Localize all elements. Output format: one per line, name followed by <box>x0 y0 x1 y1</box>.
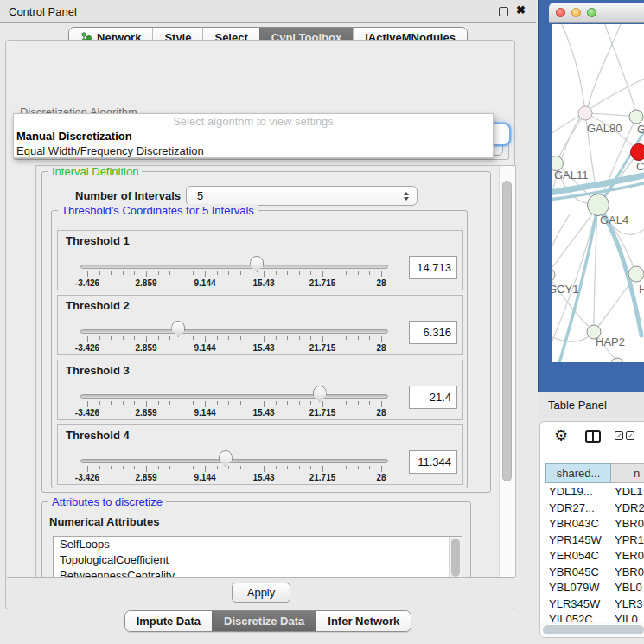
node-gcy1[interactable] <box>552 268 555 282</box>
interval-definition-group: Interval Definition Number of Intervals … <box>41 171 491 493</box>
node-red[interactable] <box>631 144 644 161</box>
cyni-mode-tabbar: Impute Data Discretize Data Infer Networ… <box>0 610 536 632</box>
table-row[interactable]: YBR045CYBR0 <box>540 565 644 582</box>
node-label: G <box>637 123 644 136</box>
node-label: C <box>636 160 644 173</box>
thresholds-group: Threshold's Coordinates for 5 Intervals … <box>51 210 468 488</box>
numerical-attributes-list[interactable]: SelfLoops TopologicalCoefficient Between… <box>53 536 462 577</box>
network-edge[interactable] <box>552 334 592 341</box>
node-label: GCY1 <box>552 283 578 296</box>
apply-button[interactable]: Apply <box>232 583 291 603</box>
table-row[interactable]: YER054CYER0 <box>540 549 644 565</box>
select-all-checkbox-icon[interactable]: ✓ <box>626 431 634 440</box>
attributes-group-title: Attributes to discretize <box>48 495 166 508</box>
threshold-label: Threshold 4 <box>66 429 130 442</box>
settings-scrollpane: Interval Definition Number of Intervals … <box>35 165 516 577</box>
list-item[interactable]: TopologicalCoefficient <box>54 552 462 568</box>
thresholds-group-title: Threshold's Coordinates for 5 Intervals <box>58 204 258 217</box>
threshold-value-input[interactable] <box>409 386 457 409</box>
threshold-value-input[interactable] <box>409 321 457 344</box>
network-edge[interactable] <box>561 24 585 112</box>
slider-track[interactable] <box>80 394 388 399</box>
slider-track[interactable] <box>80 265 388 269</box>
threshold-value-input[interactable] <box>409 256 457 279</box>
number-of-intervals-label: Number of Intervals <box>75 189 181 202</box>
minimize-window-icon[interactable] <box>571 8 581 17</box>
table-scrollbar-thumb[interactable] <box>543 625 644 634</box>
interval-definition-title: Interval Definition <box>48 165 142 178</box>
attributes-group: Attributes to discretize Numerical Attri… <box>41 501 471 577</box>
list-item[interactable]: BetweennessCentrality <box>54 568 462 577</box>
table-row[interactable]: YBR043CYBR0 <box>540 517 644 533</box>
table-settings-gear-icon[interactable]: ⚙ <box>554 426 568 445</box>
node-gal80[interactable] <box>578 106 592 120</box>
cyni-toolbox-panel: Discretization Algorithm Table Data galF… <box>5 40 515 609</box>
node-label: HAP2 <box>596 335 625 348</box>
node-label: H <box>639 283 644 296</box>
network-edge[interactable] <box>552 114 583 137</box>
table-horizontal-scrollbar[interactable] <box>540 622 644 637</box>
column-header-shared[interactable]: shared... <box>545 463 611 483</box>
table-row[interactable]: YDR27...YDR2 <box>540 501 644 518</box>
slider-handle[interactable] <box>219 450 233 467</box>
node-partial[interactable] <box>611 358 623 362</box>
threshold-3-panel: Threshold 3 -3.4262.8599.14415.4321.7152… <box>57 360 463 420</box>
apply-footer: Apply <box>7 577 515 609</box>
node-top-right[interactable] <box>629 110 643 124</box>
table-row[interactable]: YDL19...YDL1 <box>540 485 644 501</box>
slider-handle[interactable] <box>313 386 327 402</box>
close-window-icon[interactable] <box>556 8 565 17</box>
screen: Control Panel ✖ Network Style Select Cyn… <box>0 0 644 644</box>
table-row[interactable]: YBL079WYBL0 <box>540 581 644 597</box>
table-panel-title: Table Panel <box>548 399 607 411</box>
network-view-window[interactable]: GAL80GCGAL11GAL4GCY1HHAP2 <box>538 0 644 392</box>
zoom-window-icon[interactable] <box>587 8 596 17</box>
list-item[interactable]: SelfLoops <box>54 537 462 552</box>
threshold-4-panel: Threshold 4 -3.4262.8599.14415.4321.7152… <box>57 424 463 485</box>
combo-stepper-icon <box>404 192 409 201</box>
float-window-icon[interactable] <box>499 7 508 16</box>
threshold-1-panel: Threshold 1 -3.4262.8599.14415.4321.7152… <box>57 230 463 290</box>
split-columns-icon[interactable] <box>585 430 601 443</box>
dropdown-option-manual-discretization[interactable]: Manual Discretization <box>14 129 493 143</box>
panel-title: Control Panel <box>9 5 77 18</box>
slider-handle[interactable] <box>250 256 264 272</box>
threshold-label: Threshold 2 <box>66 299 130 312</box>
network-window-titlebar[interactable] <box>549 3 644 23</box>
tab-impute-data[interactable]: Impute Data <box>125 611 212 631</box>
numerical-attributes-label: Numerical Attributes <box>49 515 159 528</box>
select-columns-checkbox-icon[interactable]: ✓ <box>615 431 623 440</box>
number-of-intervals-value: 5 <box>187 189 404 202</box>
list-scrollbar-thumb[interactable] <box>451 539 460 577</box>
number-of-intervals-combobox[interactable]: 5 <box>186 186 418 206</box>
network-edge[interactable] <box>552 214 570 258</box>
dropdown-prompt: Select algorithm to view settings <box>14 114 493 129</box>
node-label: GAL11 <box>554 169 589 182</box>
settings-scrollbar[interactable] <box>499 166 515 577</box>
tab-discretize-data[interactable]: Discretize Data <box>212 611 316 631</box>
node-table-card: ⚙ ✓ ✓ shared... n YDL19...YDL1 YDR27...Y… <box>539 421 644 638</box>
threshold-value-input[interactable] <box>409 450 457 474</box>
tab-infer-network[interactable]: Infer Network <box>316 611 411 631</box>
network-svg: GAL80GCGAL11GAL4GCY1HHAP2 <box>552 24 644 362</box>
slider-track[interactable] <box>80 329 388 334</box>
node-label: GAL4 <box>600 214 628 226</box>
threshold-2-panel: Threshold 2 -3.4262.8599.14415.4321.7152… <box>57 295 463 355</box>
algorithm-dropdown-popup: Select algorithm to view settings Manual… <box>13 113 494 158</box>
slider-track[interactable] <box>80 459 388 463</box>
network-canvas[interactable]: GAL80GCGAL11GAL4GCY1HHAP2 <box>552 24 644 362</box>
node-h[interactable] <box>628 266 644 282</box>
network-edge[interactable] <box>587 24 622 111</box>
threshold-label: Threshold 3 <box>66 364 130 377</box>
node-label: GAL80 <box>587 122 622 135</box>
list-scrollbar[interactable] <box>449 537 462 577</box>
node-gal4[interactable] <box>588 194 609 216</box>
table-row[interactable]: YLR345WYLR3 <box>540 597 644 614</box>
slider-handle[interactable] <box>171 321 185 337</box>
control-panel-titlebar: Control Panel ✖ <box>0 0 536 23</box>
dropdown-option-equal-width-frequency[interactable]: Equal Width/Frequency Discretization <box>14 143 493 158</box>
settings-scrollbar-thumb[interactable] <box>502 181 512 481</box>
table-row[interactable]: YPR145WYPR1 <box>540 533 644 550</box>
column-header-name[interactable]: n <box>611 463 644 483</box>
close-panel-icon[interactable]: ✖ <box>516 3 526 16</box>
